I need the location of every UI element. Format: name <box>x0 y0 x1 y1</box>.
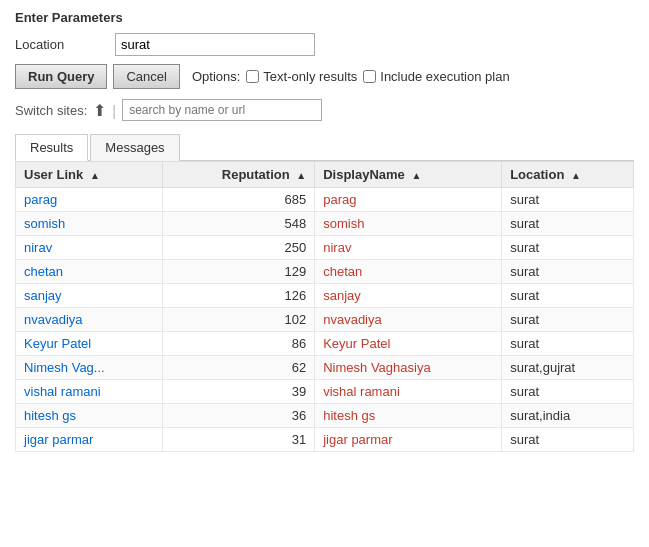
cell-user-link: nirav <box>16 236 163 260</box>
cell-display-name: jigar parmar <box>315 428 502 452</box>
results-table: User Link ▲ Reputation ▲ DisplayName ▲ L… <box>15 161 634 452</box>
cell-location: surat <box>502 236 634 260</box>
cell-display-name: somish <box>315 212 502 236</box>
text-only-checkbox-label[interactable]: Text-only results <box>246 69 357 84</box>
display-name-anchor[interactable]: chetan <box>323 264 362 279</box>
table-row: hitesh gs36hitesh gssurat,india <box>16 404 634 428</box>
param-row-location: Location <box>15 33 634 56</box>
col-user-link-label: User Link <box>24 167 83 182</box>
cell-user-link: nvavadiya <box>16 308 163 332</box>
cell-display-name: hitesh gs <box>315 404 502 428</box>
col-header-display-name[interactable]: DisplayName ▲ <box>315 162 502 188</box>
cell-reputation: 126 <box>162 284 314 308</box>
cell-user-link: vishal ramani <box>16 380 163 404</box>
display-name-anchor[interactable]: Keyur Patel <box>323 336 390 351</box>
divider: | <box>112 102 116 119</box>
table-body: parag685paragsuratsomish548somishsuratni… <box>16 188 634 452</box>
cell-user-link: jigar parmar <box>16 428 163 452</box>
col-reputation-label: Reputation <box>222 167 290 182</box>
cell-user-link: parag <box>16 188 163 212</box>
table-row: vishal ramani39vishal ramanisurat <box>16 380 634 404</box>
user-link-anchor[interactable]: Nimesh Vag... <box>24 360 105 375</box>
user-link-anchor[interactable]: nvavadiya <box>24 312 83 327</box>
col-header-user-link[interactable]: User Link ▲ <box>16 162 163 188</box>
sort-arrow-reputation: ▲ <box>296 170 306 181</box>
user-link-anchor[interactable]: hitesh gs <box>24 408 76 423</box>
display-name-anchor[interactable]: nvavadiya <box>323 312 382 327</box>
display-name-anchor[interactable]: sanjay <box>323 288 361 303</box>
display-name-anchor[interactable]: hitesh gs <box>323 408 375 423</box>
table-row: Keyur Patel86Keyur Patelsurat <box>16 332 634 356</box>
text-only-checkbox[interactable] <box>246 70 259 83</box>
tab-results[interactable]: Results <box>15 134 88 161</box>
table-row: somish548somishsurat <box>16 212 634 236</box>
user-link-anchor[interactable]: chetan <box>24 264 63 279</box>
tab-messages[interactable]: Messages <box>90 134 179 161</box>
cell-location: surat <box>502 308 634 332</box>
user-link-anchor[interactable]: somish <box>24 216 65 231</box>
sort-arrow-location: ▲ <box>571 170 581 181</box>
display-name-anchor[interactable]: Nimesh Vaghasiya <box>323 360 430 375</box>
cell-reputation: 129 <box>162 260 314 284</box>
cell-user-link: Nimesh Vag... <box>16 356 163 380</box>
cell-location: surat <box>502 188 634 212</box>
cell-location: surat <box>502 212 634 236</box>
col-location-label: Location <box>510 167 564 182</box>
col-header-location[interactable]: Location ▲ <box>502 162 634 188</box>
run-query-button[interactable]: Run Query <box>15 64 107 89</box>
table-row: nvavadiya102nvavadiyasurat <box>16 308 634 332</box>
switch-sites-icon[interactable]: ⬆ <box>93 101 106 120</box>
user-link-anchor[interactable]: sanjay <box>24 288 62 303</box>
cell-reputation: 250 <box>162 236 314 260</box>
cell-display-name: Nimesh Vaghasiya <box>315 356 502 380</box>
cell-reputation: 86 <box>162 332 314 356</box>
table-row: nirav250niravsurat <box>16 236 634 260</box>
cell-location: surat,gujrat <box>502 356 634 380</box>
cell-reputation: 36 <box>162 404 314 428</box>
display-name-anchor[interactable]: jigar parmar <box>323 432 392 447</box>
table-header-row: User Link ▲ Reputation ▲ DisplayName ▲ L… <box>16 162 634 188</box>
location-input[interactable] <box>115 33 315 56</box>
include-plan-checkbox[interactable] <box>363 70 376 83</box>
user-link-anchor[interactable]: nirav <box>24 240 52 255</box>
user-link-anchor[interactable]: jigar parmar <box>24 432 93 447</box>
table-row: Nimesh Vag...62Nimesh Vaghasiyasurat,guj… <box>16 356 634 380</box>
tabs-row: Results Messages <box>15 133 634 161</box>
table-row: parag685paragsurat <box>16 188 634 212</box>
cell-reputation: 62 <box>162 356 314 380</box>
cell-display-name: sanjay <box>315 284 502 308</box>
display-name-anchor[interactable]: nirav <box>323 240 351 255</box>
cell-display-name: chetan <box>315 260 502 284</box>
main-container: Enter Parameters Location Run Query Canc… <box>0 0 649 462</box>
cell-display-name: parag <box>315 188 502 212</box>
toolbar-row: Run Query Cancel Options: Text-only resu… <box>15 64 634 89</box>
col-header-reputation[interactable]: Reputation ▲ <box>162 162 314 188</box>
cell-display-name: nirav <box>315 236 502 260</box>
display-name-anchor[interactable]: parag <box>323 192 356 207</box>
cell-location: surat <box>502 428 634 452</box>
cell-reputation: 548 <box>162 212 314 236</box>
include-plan-label: Include execution plan <box>380 69 509 84</box>
cell-location: surat,india <box>502 404 634 428</box>
cancel-button[interactable]: Cancel <box>113 64 179 89</box>
user-link-anchor[interactable]: vishal ramani <box>24 384 101 399</box>
cell-location: surat <box>502 260 634 284</box>
cell-location: surat <box>502 380 634 404</box>
cell-user-link: Keyur Patel <box>16 332 163 356</box>
switch-sites-input[interactable] <box>122 99 322 121</box>
options-label: Options: <box>192 69 240 84</box>
cell-display-name: nvavadiya <box>315 308 502 332</box>
user-link-anchor[interactable]: Keyur Patel <box>24 336 91 351</box>
cell-user-link: sanjay <box>16 284 163 308</box>
user-link-anchor[interactable]: parag <box>24 192 57 207</box>
cell-reputation: 39 <box>162 380 314 404</box>
include-plan-checkbox-label[interactable]: Include execution plan <box>363 69 509 84</box>
cell-location: surat <box>502 332 634 356</box>
switch-sites-row: Switch sites: ⬆ | <box>15 99 634 121</box>
cell-reputation: 685 <box>162 188 314 212</box>
display-name-anchor[interactable]: somish <box>323 216 364 231</box>
sort-arrow-display-name: ▲ <box>411 170 421 181</box>
cell-display-name: vishal ramani <box>315 380 502 404</box>
cell-user-link: hitesh gs <box>16 404 163 428</box>
display-name-anchor[interactable]: vishal ramani <box>323 384 400 399</box>
